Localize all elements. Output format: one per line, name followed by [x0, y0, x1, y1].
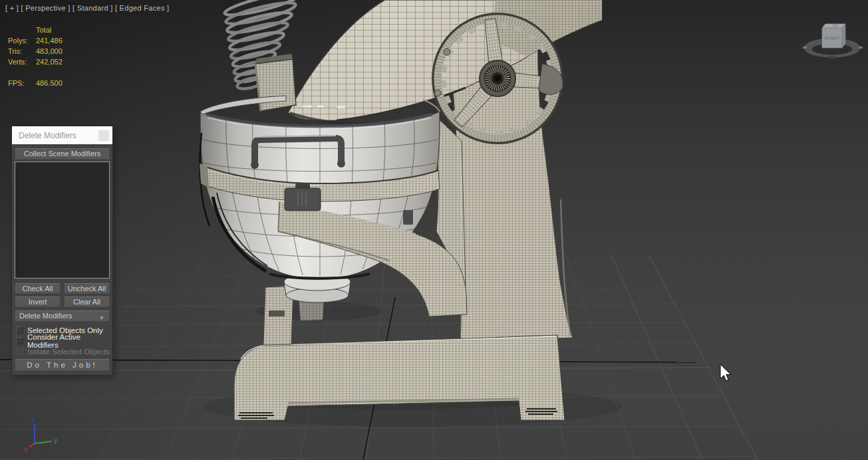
checkbox-row-consider-active-modifiers[interactable]: Consider Active Modifiers	[15, 336, 110, 346]
dropdown-selected-value: Delete Modifiers	[19, 312, 72, 320]
mixer-model[interactable]	[200, 0, 602, 420]
dialog-body: Collect Scene Modifiers Check All Unchec…	[12, 144, 112, 375]
delete-modifiers-dialog: Delete Modifiers Collect Scene Modifiers…	[12, 126, 112, 375]
stats-header-row: Total	[8, 25, 63, 35]
check-all-button[interactable]: Check All	[15, 283, 61, 294]
modifier-list[interactable]	[15, 162, 110, 279]
stats-row-polys: Polys: 241,486	[8, 35, 63, 46]
do-the-job-button[interactable]: Do The Job!	[15, 359, 110, 371]
action-mode-dropdown[interactable]: Delete Modifiers ▼	[15, 310, 110, 322]
clear-all-button[interactable]: Clear All	[64, 296, 110, 307]
viewcube-face-label: RIGHT	[825, 36, 840, 41]
checkbox-row-isolate-selected-objects: Isolate Selected Objects	[15, 346, 110, 356]
x-axis-label: x	[24, 446, 27, 453]
viewcube[interactable]: RIGHT	[800, 19, 865, 66]
y-axis-line	[35, 441, 52, 443]
close-button[interactable]	[98, 130, 109, 141]
chevron-down-icon: ▼	[99, 313, 104, 323]
mouse-cursor	[720, 364, 731, 381]
axis-gizmo-icon: z y x	[9, 415, 63, 456]
x-axis-line	[29, 443, 35, 447]
dialog-title-bar[interactable]: Delete Modifiers	[12, 126, 112, 144]
dialog-title: Delete Modifiers	[19, 131, 98, 140]
checkbox-selected-objects-only[interactable]	[16, 326, 23, 334]
uncheck-all-button[interactable]: Uncheck All	[64, 283, 110, 294]
stats-row-tris: Tris: 483,000	[8, 46, 63, 57]
collect-scene-modifiers-button[interactable]: Collect Scene Modifiers	[15, 148, 110, 160]
viewport-label[interactable]: [ + ] [ Perspective ] [ Standard ] [ Edg…	[5, 4, 169, 12]
stats-row-verts: Verts: 242,052	[8, 57, 63, 67]
checkbox-consider-active-modifiers[interactable]	[16, 337, 23, 344]
checkbox-isolate-selected-objects	[16, 348, 23, 355]
stats-total-header: Total	[36, 25, 51, 35]
z-axis-label: z	[31, 417, 35, 424]
invert-button[interactable]: Invert	[15, 296, 61, 307]
viewport-statistics: Total Polys: 241,486 Tris: 483,000 Verts…	[8, 25, 63, 88]
viewport-3d[interactable]	[0, 0, 868, 460]
viewcube-cube[interactable]: RIGHT	[822, 24, 845, 48]
stats-row-fps: FPS: 486.500	[8, 78, 63, 88]
y-axis-label: y	[54, 437, 57, 444]
